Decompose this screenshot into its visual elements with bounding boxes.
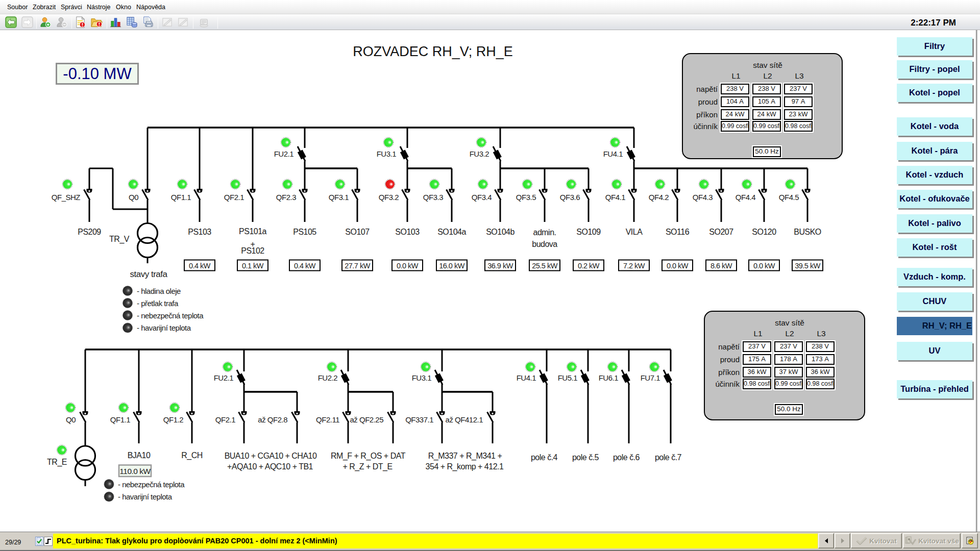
svg-text:0.0 kW: 0.0 kW [397,262,419,270]
svg-text:QF4.3: QF4.3 [693,193,713,202]
svg-text:až QF412.1: až QF412.1 [446,415,483,424]
svg-text:39.5 kW: 39.5 kW [795,262,820,270]
svg-text:QF1.1: QF1.1 [110,415,130,424]
svg-text:354 + R_komp + 412.1: 354 + R_komp + 412.1 [426,462,504,471]
svg-text:- hladina oleje: - hladina oleje [137,287,181,295]
svg-text:- nebezpečná teplota: - nebezpečná teplota [118,480,185,489]
svg-text:QF3.1: QF3.1 [329,193,349,202]
svg-text:+ R_Z + DT_E: + R_Z + DT_E [342,462,392,471]
svg-text:SO207: SO207 [709,228,733,236]
svg-text:QF3.3: QF3.3 [423,193,443,202]
svg-text:PS102: PS102 [241,246,264,255]
svg-text:0.4 kW: 0.4 kW [294,262,316,270]
svg-text:SO109: SO109 [576,228,601,236]
svg-text:budova: budova [532,240,557,248]
svg-text:0.4 kW: 0.4 kW [189,262,211,270]
svg-text:FU3.1: FU3.1 [377,149,397,158]
svg-text:QF3.2: QF3.2 [379,193,399,202]
svg-text:QF2.1: QF2.1 [224,193,244,202]
svg-text:- nebezpečná teplota: - nebezpečná teplota [137,311,204,320]
svg-text:+AQA10 + AQC10 + TB1: +AQA10 + AQC10 + TB1 [227,462,313,471]
svg-text:FU4.1: FU4.1 [603,149,623,158]
svg-text:QF4.5: QF4.5 [779,193,799,202]
svg-text:36.9 kW: 36.9 kW [487,262,513,270]
svg-text:SO116: SO116 [666,228,690,236]
svg-text:QF2.1: QF2.1 [215,415,235,424]
svg-text:SO107: SO107 [345,228,370,236]
svg-text:FU2.1: FU2.1 [214,373,234,382]
svg-text:TR_V: TR_V [109,235,130,244]
svg-text:QF3.4: QF3.4 [472,193,492,202]
svg-text:QF2.3: QF2.3 [276,193,296,202]
svg-text:8.6 kW: 8.6 kW [710,262,732,270]
svg-text:PS105: PS105 [293,228,316,236]
svg-text:SO120: SO120 [752,228,776,236]
svg-text:Q0: Q0 [66,415,76,424]
svg-text:pole č.6: pole č.6 [613,453,640,462]
svg-text:Q0: Q0 [129,193,138,202]
svg-text:0.1 kW: 0.1 kW [242,262,264,270]
svg-text:pole č.4: pole č.4 [531,453,558,462]
svg-text:VILA: VILA [626,228,643,236]
svg-text:- havarijní teplota: - havarijní teplota [118,492,173,501]
svg-text:pole č.7: pole č.7 [655,453,682,462]
svg-text:- havarijní teplota: - havarijní teplota [137,323,191,332]
svg-text:SO104a: SO104a [437,228,466,236]
svg-text:QF1.2: QF1.2 [163,415,183,424]
svg-text:BUSKO: BUSKO [794,228,821,236]
svg-text:7.2 kW: 7.2 kW [623,262,645,270]
svg-text:PS101a: PS101a [239,227,267,236]
svg-text:0.0 kW: 0.0 kW [753,262,775,270]
svg-text:FU2.2: FU2.2 [318,373,338,382]
svg-text:FU2.1: FU2.1 [274,149,294,158]
svg-text:PS209: PS209 [78,228,101,236]
svg-text:až QF2.8: až QF2.8 [258,415,287,424]
svg-text:FU5.1: FU5.1 [558,373,578,382]
svg-text:FU4.1: FU4.1 [517,373,536,382]
svg-text:QF4.4: QF4.4 [736,193,755,202]
svg-text:až QF2.25: až QF2.25 [350,415,383,424]
svg-text:FU3.1: FU3.1 [412,373,432,382]
svg-text:FU3.2: FU3.2 [470,149,489,158]
svg-text:QF2.11: QF2.11 [316,415,339,424]
svg-text:- přetlak trafa: - přetlak trafa [137,299,179,308]
svg-text:PS103: PS103 [188,228,211,236]
svg-text:BUA10 + CGA10 + CHA10: BUA10 + CGA10 + CHA10 [225,452,317,460]
svg-text:QF4.1: QF4.1 [605,193,625,202]
svg-text:RM_F + R_OS + DAT: RM_F + R_OS + DAT [331,452,406,461]
svg-text:QF1.1: QF1.1 [171,193,191,202]
svg-text:QF3.6: QF3.6 [560,193,580,202]
svg-text:stavy trafa: stavy trafa [130,269,168,279]
svg-text:R_CH: R_CH [181,451,203,460]
svg-text:FU7.1: FU7.1 [641,373,660,382]
svg-text:R_M337 + R_M341 +: R_M337 + R_M341 + [428,452,502,461]
svg-text:0.0 kW: 0.0 kW [667,262,689,270]
svg-text:110.0 kW: 110.0 kW [119,467,151,475]
svg-text:QF3.5: QF3.5 [516,193,536,202]
svg-text:pole č.5: pole č.5 [572,453,599,462]
svg-text:27.7 kW: 27.7 kW [345,262,370,270]
svg-text:TR_E: TR_E [47,458,67,467]
svg-text:FU6.1: FU6.1 [599,373,619,382]
svg-text:QF_SHZ: QF_SHZ [52,193,81,202]
svg-text:admin.: admin. [533,228,556,237]
svg-text:16.0 kW: 16.0 kW [439,262,464,270]
svg-text:0.2 kW: 0.2 kW [578,262,600,270]
svg-text:SO103: SO103 [395,228,420,236]
svg-text:25.5 kW: 25.5 kW [532,262,557,270]
svg-text:QF337.1: QF337.1 [405,415,433,424]
svg-text:SO104b: SO104b [486,228,514,236]
svg-text:BJA10: BJA10 [128,451,151,460]
svg-text:QF4.2: QF4.2 [649,193,669,202]
